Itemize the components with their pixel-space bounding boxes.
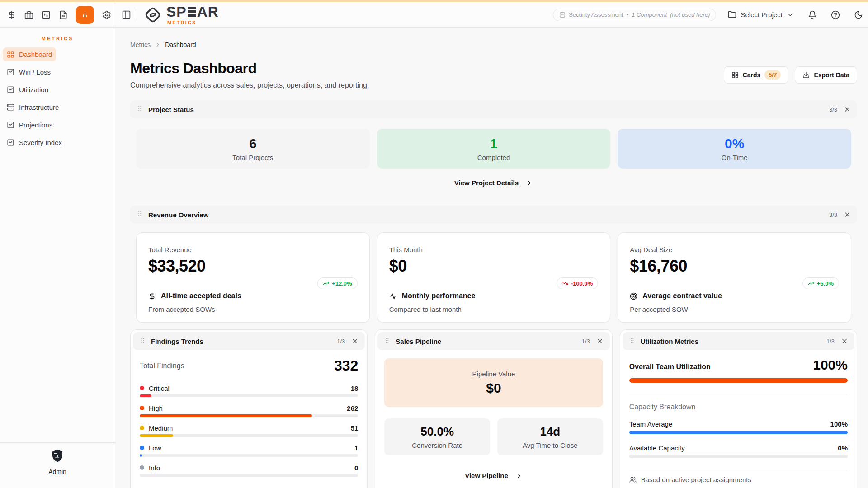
drag-handle-icon[interactable] bbox=[137, 210, 143, 220]
help-icon[interactable] bbox=[831, 10, 840, 19]
severity-label: Info bbox=[149, 464, 160, 472]
severity-bar bbox=[140, 454, 358, 457]
sidebar-item-infrastructure[interactable]: Infrastructure bbox=[3, 100, 63, 114]
pipeline-value-panel: Pipeline Value $0 bbox=[384, 358, 603, 407]
cards-button[interactable]: Cards 5/7 bbox=[724, 66, 789, 84]
capacity-bar bbox=[629, 455, 848, 458]
breadcrumb-root[interactable]: Metrics bbox=[130, 41, 151, 48]
brand-subtitle: METRICS bbox=[167, 20, 197, 25]
severity-bar bbox=[140, 394, 358, 397]
trend-badge: +12.0% bbox=[317, 277, 357, 289]
total-findings-label: Total Findings bbox=[140, 362, 184, 370]
cards-button-label: Cards bbox=[743, 71, 761, 79]
briefcase-icon[interactable] bbox=[24, 10, 33, 19]
severity-label: Medium bbox=[149, 424, 173, 432]
header-divider bbox=[137, 9, 137, 21]
user-menu[interactable]: Admin bbox=[0, 442, 115, 488]
notifications-bell-icon[interactable] bbox=[808, 10, 817, 19]
capacity-bar bbox=[629, 431, 848, 434]
pipeline-value-label: Pipeline Value bbox=[472, 370, 515, 378]
sidebar-item-label: Utilization bbox=[19, 86, 48, 94]
page-subtitle: Comprehensive analytics across sales, pr… bbox=[130, 81, 369, 89]
assessment-note: (not used here) bbox=[670, 11, 710, 18]
severity-dot bbox=[140, 406, 144, 410]
metric-value: $16,760 bbox=[630, 257, 839, 276]
trend-badge: +5.0% bbox=[802, 277, 839, 289]
widget-header-pipeline: Sales Pipeline 1/3 bbox=[377, 332, 609, 350]
severity-label: High bbox=[149, 404, 163, 412]
settings-icon[interactable] bbox=[102, 10, 111, 19]
widget-header-findings: Findings Trends 1/3 bbox=[133, 332, 365, 350]
trend-value: -100.0% bbox=[571, 280, 593, 287]
widget-counter: 3/3 bbox=[829, 106, 837, 113]
severity-count: 0 bbox=[354, 464, 358, 472]
close-icon[interactable] bbox=[351, 338, 359, 345]
stat-value: 50.0% bbox=[420, 425, 454, 439]
severity-count: 51 bbox=[351, 424, 359, 432]
overall-utilization-bar bbox=[629, 378, 848, 383]
assessment-context-pill[interactable]: Security Assessment • 1 Component (not u… bbox=[553, 9, 716, 21]
stat-card-completed: 1 Completed bbox=[377, 129, 611, 169]
trend-value: +5.0% bbox=[817, 280, 834, 287]
widget-title: Sales Pipeline bbox=[396, 338, 441, 345]
sidebar-item-severity-index[interactable]: Severity Index bbox=[3, 136, 66, 150]
layout-grid-icon bbox=[7, 51, 14, 58]
sidebar-item-dashboard[interactable]: Dashboard bbox=[3, 47, 56, 61]
panel-toggle-icon[interactable] bbox=[122, 10, 131, 19]
project-status-stats: 6 Total Projects 1 Completed 0% On-Time bbox=[136, 129, 851, 169]
capacity-row-team-average: Team Average 100% bbox=[629, 419, 848, 428]
severity-bar bbox=[140, 474, 358, 477]
severity-count: 18 bbox=[351, 385, 359, 392]
sidebar-item-utilization[interactable]: Utilization bbox=[3, 83, 52, 97]
sidebar-item-label: Projections bbox=[19, 121, 52, 129]
activity-icon bbox=[389, 292, 397, 300]
drag-handle-icon[interactable] bbox=[139, 336, 146, 346]
close-icon[interactable] bbox=[596, 338, 604, 345]
folder-icon bbox=[728, 10, 736, 19]
pipeline-value: $0 bbox=[486, 380, 501, 396]
drag-handle-icon[interactable] bbox=[137, 104, 143, 114]
bar-chart-icon[interactable] bbox=[76, 6, 94, 24]
terminal-icon[interactable] bbox=[42, 10, 51, 19]
export-data-button[interactable]: Export Data bbox=[795, 66, 857, 84]
revenue-card-avg-deal: Avg Deal Size $16,760 +5.0% Average cont… bbox=[618, 232, 851, 323]
widget-sales-pipeline: Sales Pipeline 1/3 Pipeline Value $0 50.… bbox=[375, 329, 612, 488]
severity-dot bbox=[140, 386, 144, 390]
stat-label: Completed bbox=[477, 154, 510, 161]
sidebar-item-projections[interactable]: Projections bbox=[3, 118, 57, 132]
metric-value: $0 bbox=[389, 257, 599, 276]
metric-meta-label: Monthly performance bbox=[402, 292, 476, 300]
dollar-icon bbox=[148, 292, 156, 300]
trending-down-icon bbox=[562, 280, 568, 286]
close-icon[interactable] bbox=[844, 106, 851, 113]
export-button-label: Export Data bbox=[814, 71, 849, 79]
dark-mode-moon-icon[interactable] bbox=[854, 10, 863, 19]
target-icon bbox=[630, 292, 637, 300]
widget-header-utilization: Utilization Metrics 1/3 bbox=[623, 332, 854, 350]
view-pipeline-link[interactable]: View Pipeline bbox=[465, 472, 523, 479]
widget-counter: 1/3 bbox=[826, 338, 835, 345]
metric-value: $33,520 bbox=[148, 257, 358, 276]
server-icon bbox=[7, 103, 14, 111]
view-link-label: View Project Details bbox=[454, 179, 519, 187]
footnote-text: Based on active project assignments bbox=[641, 476, 751, 483]
dollar-icon[interactable] bbox=[7, 10, 16, 19]
close-icon[interactable] bbox=[844, 211, 851, 218]
select-project-dropdown[interactable]: Select Project bbox=[728, 10, 794, 19]
severity-count: 1 bbox=[354, 444, 358, 452]
drag-handle-icon[interactable] bbox=[629, 336, 635, 346]
chart-icon bbox=[7, 121, 14, 129]
avatar bbox=[50, 449, 65, 463]
view-project-details-link[interactable]: View Project Details bbox=[454, 179, 533, 187]
close-icon[interactable] bbox=[841, 338, 848, 345]
sidebar: METRICS Dashboard Win / Loss Utilization… bbox=[0, 28, 115, 488]
file-icon[interactable] bbox=[59, 10, 68, 19]
severity-label: Low bbox=[149, 444, 161, 452]
utilization-footnote: Based on active project assignments bbox=[629, 476, 848, 483]
finding-row-low: Low 1 bbox=[140, 443, 358, 457]
sidebar-item-label: Infrastructure bbox=[19, 103, 59, 111]
sidebar-item-win-loss[interactable]: Win / Loss bbox=[3, 65, 55, 79]
drag-handle-icon[interactable] bbox=[384, 336, 390, 346]
widget-counter: 1/3 bbox=[337, 338, 345, 345]
metric-meta-label: All-time accepted deals bbox=[161, 292, 241, 300]
